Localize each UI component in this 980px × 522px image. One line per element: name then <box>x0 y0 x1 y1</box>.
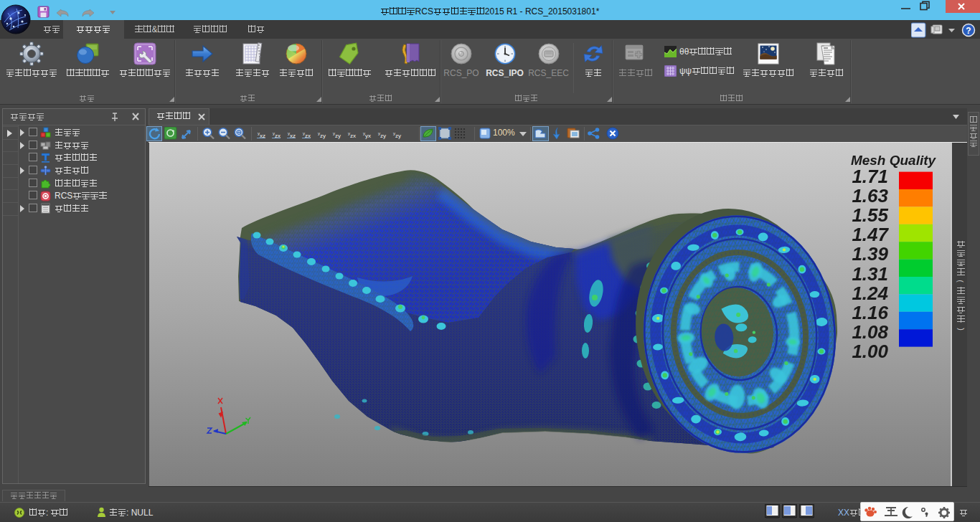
svg-text:1.55: 1.55 <box>852 204 888 226</box>
svg-text:1.24: 1.24 <box>852 283 888 304</box>
svg-text:1.63: 1.63 <box>852 185 888 207</box>
svg-text:1.31: 1.31 <box>852 263 888 285</box>
svg-text:1.16: 1.16 <box>852 302 888 323</box>
svg-text:1.39: 1.39 <box>852 243 888 265</box>
svg-text:1.71: 1.71 <box>852 166 888 187</box>
svg-text:1.47: 1.47 <box>852 224 889 245</box>
svg-text:?: ? <box>966 26 971 36</box>
svg-text:1.08: 1.08 <box>852 321 888 343</box>
svg-text:1.00: 1.00 <box>852 341 888 362</box>
